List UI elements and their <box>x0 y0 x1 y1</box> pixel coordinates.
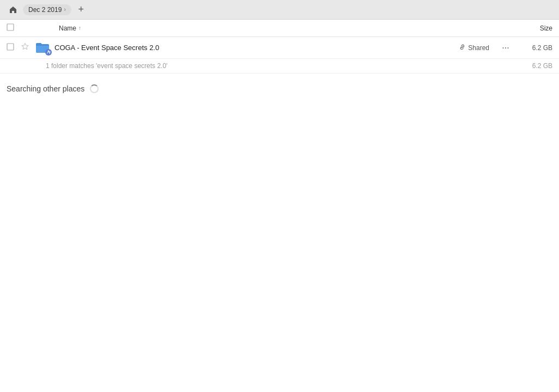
link-icon <box>459 44 466 52</box>
more-options-button[interactable]: ··· <box>498 40 513 56</box>
loading-spinner <box>90 84 99 93</box>
file-size: 6.2 GB <box>520 44 552 52</box>
home-button[interactable] <box>7 3 20 16</box>
add-button[interactable]: + <box>75 3 88 16</box>
folder-icon <box>35 41 50 54</box>
star-icon[interactable] <box>21 42 32 53</box>
svg-rect-0 <box>7 24 14 30</box>
top-bar: Dec 2 2019 › + <box>0 0 559 20</box>
shared-overlay-icon <box>45 49 52 56</box>
shared-badge: Shared <box>459 44 489 52</box>
size-column-header: Size <box>509 24 552 32</box>
match-size: 6.2 GB <box>520 62 552 70</box>
select-all-checkbox[interactable] <box>7 23 16 33</box>
table-row[interactable]: COGA - Event Space Secrets 2.0 Shared ··… <box>0 37 559 59</box>
content-area: Name ↑ Size <box>0 20 559 392</box>
match-text: 1 folder matches 'event space secrets 2.… <box>46 62 167 70</box>
sort-arrow-icon: ↑ <box>78 25 81 31</box>
list-header: Name ↑ Size <box>0 20 559 37</box>
svg-point-2 <box>50 51 51 52</box>
shared-label: Shared <box>468 44 489 52</box>
match-info-row: 1 folder matches 'event space secrets 2.… <box>0 59 559 74</box>
name-column-header: Name ↑ <box>59 24 509 32</box>
file-name: COGA - Event Space Secrets 2.0 <box>54 44 459 52</box>
breadcrumb[interactable]: Dec 2 2019 › <box>23 4 71 15</box>
row-checkbox[interactable] <box>7 43 16 52</box>
searching-text: Searching other places <box>7 84 84 93</box>
breadcrumb-chevron-icon: › <box>64 7 65 13</box>
searching-section: Searching other places <box>0 74 559 104</box>
breadcrumb-label: Dec 2 2019 <box>28 6 62 14</box>
svg-rect-1 <box>7 44 14 50</box>
